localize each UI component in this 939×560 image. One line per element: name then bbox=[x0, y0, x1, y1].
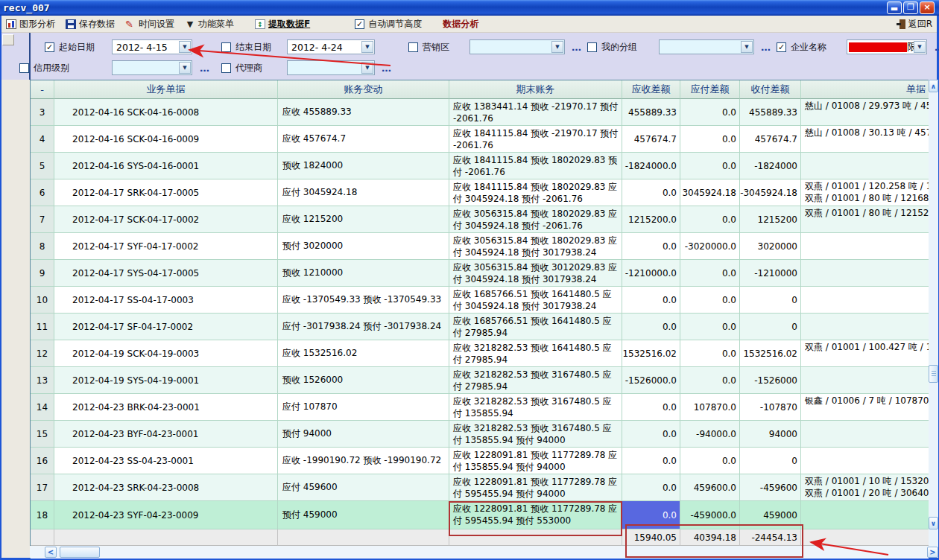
auto-height-checkbox[interactable]: ✓ bbox=[355, 19, 364, 29]
cell-row-number[interactable]: 13 bbox=[31, 367, 54, 394]
cell-net-diff[interactable]: 94000 bbox=[740, 421, 801, 448]
cell-period-end-accounts[interactable]: 应收 1841115.84 预收 1802029.83 应付 3045924.1… bbox=[449, 179, 622, 206]
maximize-button[interactable]: ❐ bbox=[903, 1, 918, 14]
cell-account-change[interactable]: 应收 457674.7 bbox=[278, 126, 449, 153]
table-row[interactable]: 92012-04-17 SYS-04-17-0005预收 1210000应收 3… bbox=[31, 260, 929, 287]
cell-net-diff[interactable]: 1215200 bbox=[740, 206, 801, 233]
marketing-area-combobox[interactable]: ▼ bbox=[470, 39, 565, 54]
cell-account-change[interactable]: 预付 459000 bbox=[278, 501, 449, 529]
cell-recv-diff[interactable]: -1210000.0 bbox=[622, 260, 680, 287]
table-row[interactable]: 112012-04-17 SF-04-17-0002应付 -3017938.24… bbox=[31, 314, 929, 340]
cell-recv-diff[interactable]: 0.0 bbox=[622, 474, 680, 501]
cell-row-number[interactable]: 8 bbox=[31, 233, 54, 260]
cell-period-end-accounts[interactable]: 应收 3218282.53 预收 3167480.5 应付 135855.94 … bbox=[449, 421, 622, 448]
cell-account-change[interactable]: 应付 459600 bbox=[278, 474, 449, 501]
cell-business-doc[interactable]: 2012-04-23 BRK-04-23-0001 bbox=[54, 394, 278, 421]
cell-pay-diff[interactable]: 0.0 bbox=[680, 99, 740, 126]
cell-net-diff[interactable]: 457674.7 bbox=[740, 126, 801, 153]
credit-level-checkbox[interactable] bbox=[19, 63, 29, 73]
cell-bills[interactable]: 慈山 / 01008 / 29.973 吨 / 4558 bbox=[801, 99, 929, 126]
credit-level-combobox[interactable]: ▼ bbox=[112, 60, 192, 75]
toolbar-button-3[interactable]: ✎时间设置 bbox=[125, 18, 174, 31]
chevron-down-icon[interactable]: ▼ bbox=[179, 41, 191, 53]
col-account-change[interactable]: 账务变动 bbox=[278, 80, 449, 99]
credit-level-more-button[interactable]: … bbox=[200, 58, 210, 77]
chevron-down-icon[interactable]: ▼ bbox=[361, 41, 373, 53]
auto-height-toggle[interactable]: ✓ 自动调节高度 bbox=[355, 18, 422, 31]
cell-period-end-accounts[interactable]: 应收 1228091.81 预收 1177289.78 应付 595455.94… bbox=[449, 474, 622, 501]
cell-business-doc[interactable]: 2012-04-23 SRK-04-23-0008 bbox=[54, 474, 278, 501]
cell-row-number[interactable]: 10 bbox=[31, 287, 54, 314]
cell-row-number[interactable]: 18 bbox=[31, 501, 54, 529]
cell-business-doc[interactable]: 2012-04-17 SS-04-17-0003 bbox=[54, 287, 278, 314]
marketing-area-checkbox[interactable] bbox=[408, 42, 418, 52]
cell-net-diff[interactable]: -459600 bbox=[740, 474, 801, 501]
cell-period-end-accounts[interactable]: 应收 3218282.53 预收 3167480.5 应付 135855.94 bbox=[449, 394, 622, 421]
cell-net-diff[interactable]: -3045924.18 bbox=[740, 179, 801, 206]
chevron-down-icon[interactable]: ▼ bbox=[741, 41, 753, 53]
cell-recv-diff[interactable]: 1532516.02 bbox=[622, 340, 680, 367]
cell-business-doc[interactable]: 2012-04-23 SS-04-23-0001 bbox=[54, 448, 278, 474]
cell-net-diff[interactable]: 455889.33 bbox=[740, 99, 801, 126]
cell-recv-diff[interactable]: 0.0 bbox=[622, 448, 680, 474]
cell-period-end-accounts[interactable]: 应收 3056315.84 预收 1802029.83 应付 3045924.1… bbox=[449, 233, 622, 260]
agent-more-button[interactable]: … bbox=[382, 58, 392, 77]
cell-recv-diff[interactable]: 0.0 bbox=[622, 501, 680, 529]
table-row[interactable]: 82012-04-17 SYF-04-17-0002预付 3020000应收 3… bbox=[31, 233, 929, 260]
chevron-down-icon[interactable]: ▼ bbox=[914, 41, 926, 53]
cell-recv-diff[interactable]: 1215200.0 bbox=[622, 206, 680, 233]
cell-account-change[interactable]: 应收 455889.33 bbox=[278, 99, 449, 126]
cell-bills[interactable]: 银鑫 / 01006 / 7 吨 / 107870 bbox=[801, 394, 929, 421]
cell-row-number[interactable]: 17 bbox=[31, 474, 54, 501]
cell-pay-diff[interactable]: 0.0 bbox=[680, 126, 740, 153]
cell-account-change[interactable]: 应收 1532516.02 bbox=[278, 340, 449, 367]
company-checkbox[interactable]: ✓ bbox=[777, 42, 786, 52]
cell-period-end-accounts[interactable]: 应收 1228091.81 预收 1177289.78 应付 595455.94… bbox=[449, 501, 622, 529]
cell-business-doc[interactable]: 2012-04-17 SRK-04-17-0005 bbox=[54, 179, 278, 206]
cell-recv-diff[interactable]: 0.0 bbox=[622, 233, 680, 260]
cell-period-end-accounts[interactable]: 应收 1841115.84 预收 1802029.83 预付 -2061.76 bbox=[449, 153, 622, 179]
toolbar-button-5[interactable]: ↕提取数据F bbox=[255, 18, 310, 31]
marketing-area-more-button[interactable]: … bbox=[572, 37, 582, 57]
cell-recv-diff[interactable]: 457674.7 bbox=[622, 126, 680, 153]
cell-period-end-accounts[interactable]: 应收 1383441.14 预收 -21970.17 预付 -2061.76 bbox=[449, 99, 622, 126]
cell-row-number[interactable]: 16 bbox=[31, 448, 54, 474]
col-period-end-accounts[interactable]: 期末账务 bbox=[449, 80, 622, 99]
cell-account-change[interactable]: 预付 3020000 bbox=[278, 233, 449, 260]
cell-account-change[interactable]: 应收 -1990190.72 预收 -1990190.72 bbox=[278, 448, 449, 474]
cell-business-doc[interactable]: 2012-04-17 SYF-04-17-0002 bbox=[54, 233, 278, 260]
cell-pay-diff[interactable]: 0.0 bbox=[680, 340, 740, 367]
cell-recv-diff[interactable]: -1824000.0 bbox=[622, 153, 680, 179]
cell-net-diff[interactable]: -1210000 bbox=[740, 260, 801, 287]
vertical-scroll-thumb[interactable] bbox=[929, 365, 938, 383]
cell-pay-diff[interactable]: 107870.0 bbox=[680, 394, 740, 421]
cell-recv-diff[interactable]: 455889.33 bbox=[622, 99, 680, 126]
col-bills[interactable]: 单据 bbox=[801, 80, 929, 99]
table-row[interactable]: 102012-04-17 SS-04-17-0003应收 -1370549.33… bbox=[31, 287, 929, 314]
cell-pay-diff[interactable]: 3045924.18 bbox=[680, 179, 740, 206]
cell-recv-diff[interactable]: 0.0 bbox=[622, 287, 680, 314]
table-row[interactable]: 32012-04-16 SCK-04-16-0008应收 455889.33应收… bbox=[31, 99, 929, 126]
cell-bills[interactable] bbox=[801, 314, 929, 340]
cell-account-change[interactable]: 预收 1526000 bbox=[278, 367, 449, 394]
cell-net-diff[interactable]: -1526000 bbox=[740, 367, 801, 394]
start-date-combobox[interactable]: 2012- 4-15 ▼ bbox=[112, 39, 192, 54]
cell-row-number[interactable]: 4 bbox=[31, 126, 54, 153]
scroll-down-button[interactable]: ∨ bbox=[929, 517, 938, 529]
horizontal-scrollbar[interactable] bbox=[30, 546, 938, 558]
cell-bills[interactable]: 双燕 / 01001 / 120.258 吨 / 182双燕 / 01001 /… bbox=[801, 179, 929, 206]
cell-business-doc[interactable]: 2012-04-17 SCK-04-17-0002 bbox=[54, 206, 278, 233]
agent-combobox[interactable]: ▼ bbox=[287, 60, 375, 75]
cell-pay-diff[interactable]: 0.0 bbox=[680, 260, 740, 287]
table-row[interactable]: 142012-04-23 BRK-04-23-0001应付 107870应收 3… bbox=[31, 394, 929, 421]
table-row[interactable]: 62012-04-17 SRK-04-17-0005应付 3045924.18应… bbox=[31, 179, 929, 206]
cell-period-end-accounts[interactable]: 应收 1228091.81 预收 1177289.78 应付 135855.94… bbox=[449, 448, 622, 474]
col-index[interactable]: - bbox=[31, 80, 54, 99]
col-pay-diff[interactable]: 应付差额 bbox=[680, 80, 740, 99]
cell-row-number[interactable]: 9 bbox=[31, 260, 54, 287]
cell-net-diff[interactable]: 0 bbox=[740, 314, 801, 340]
cell-net-diff[interactable]: 3020000 bbox=[740, 233, 801, 260]
chevron-down-icon[interactable]: ▼ bbox=[361, 62, 373, 74]
cell-period-end-accounts[interactable]: 应收 1685766.51 预收 1641480.5 应付 3045924.18… bbox=[449, 287, 622, 314]
toolbar-button-1[interactable]: 图形分析 bbox=[6, 18, 55, 31]
